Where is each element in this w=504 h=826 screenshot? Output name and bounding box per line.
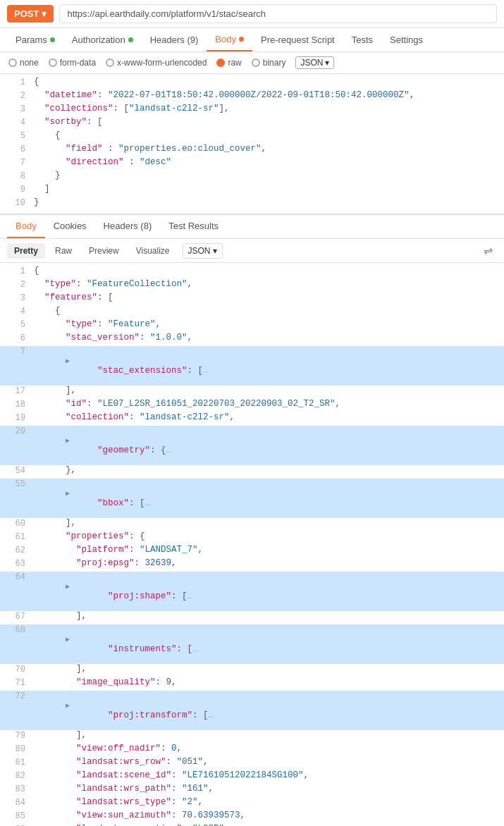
- resp-line-62: 62 "platform": "LANDSAT_7",: [0, 545, 504, 558]
- resp-linenum-54: 54: [6, 465, 25, 476]
- response-code-area: 1 { 2 "type": "FeatureCollection", 3 "fe…: [0, 263, 504, 826]
- json-format-select[interactable]: JSON ▾: [295, 56, 334, 69]
- req-line-2: 2 "datetime": "2022-07-01T18:50:42.00000…: [0, 90, 504, 104]
- resp-line-68: 68 ▶ "instruments": […: [0, 624, 504, 664]
- resp-linenum-20: 20: [6, 426, 25, 436]
- method-select[interactable]: POST ▾: [7, 5, 54, 23]
- resp-line-64: 64 ▶ "proj:shape": […: [0, 572, 504, 611]
- resp-line-85: 85 "view:sun_azimuth": 70.63939573,: [0, 810, 504, 824]
- tab-pre-request[interactable]: Pre-request Script: [252, 28, 343, 51]
- resp-line-83: 83 "landsat:wrs_path": "161",: [0, 784, 504, 797]
- tab-authorization[interactable]: Authorization: [63, 28, 142, 51]
- params-label: Params: [16, 35, 47, 45]
- radio-none[interactable]: none: [8, 58, 39, 68]
- req-code-7: "direction" : "desc": [34, 157, 498, 167]
- url-input[interactable]: [59, 4, 497, 23]
- line-num-6: 6: [6, 144, 25, 154]
- resp-linenum-71: 71: [6, 677, 25, 688]
- resp-line-20: 20 ▶ "geometry": {…: [0, 426, 504, 465]
- pre-request-label: Pre-request Script: [261, 35, 335, 45]
- fmt-preview[interactable]: Preview: [82, 243, 126, 259]
- resp-tab-body[interactable]: Body: [7, 215, 45, 238]
- req-code-4: "sortby": [: [34, 117, 498, 127]
- collapse-proj-shape[interactable]: ▶: [66, 583, 70, 591]
- radio-urlencoded-label: x-www-form-urlencoded: [117, 58, 207, 68]
- line-num-9: 9: [6, 184, 25, 195]
- response-format-bar: Pretty Raw Preview Visualize JSON ▾ ⇌: [0, 239, 504, 263]
- tab-tests[interactable]: Tests: [343, 28, 381, 51]
- collapse-stac-extensions[interactable]: ▶: [66, 357, 70, 365]
- resp-linenum-4: 4: [6, 306, 25, 316]
- resp-test-results-label: Test Results: [168, 221, 219, 231]
- clear-response-button[interactable]: ⇌: [479, 242, 497, 259]
- fmt-pretty[interactable]: Pretty: [7, 243, 45, 259]
- resp-linenum-62: 62: [6, 545, 25, 555]
- radio-none-circle: [8, 58, 17, 67]
- resp-line-79: 79 ],: [0, 730, 504, 744]
- req-code-1: {: [34, 77, 498, 87]
- radio-form-data-circle: [49, 58, 57, 67]
- req-line-5: 5 {: [0, 130, 504, 144]
- fmt-raw[interactable]: Raw: [48, 243, 79, 259]
- resp-tab-cookies[interactable]: Cookies: [45, 215, 95, 238]
- resp-linenum-3: 3: [6, 292, 25, 303]
- req-line-10: 10 }: [0, 197, 504, 211]
- body-label: Body: [215, 34, 236, 44]
- req-code-3: "collections": ["landsat-c2l2-sr"],: [34, 104, 498, 113]
- collapse-instruments[interactable]: ▶: [66, 636, 70, 643]
- tab-body[interactable]: Body: [207, 28, 252, 51]
- resp-line-55: 55 ▶ "bbox": […: [0, 479, 504, 518]
- resp-line-70: 70 ],: [0, 664, 504, 677]
- top-bar: POST ▾: [0, 0, 504, 28]
- line-num-2: 2: [6, 90, 25, 101]
- resp-line-19: 19 "collection": "landsat-c2l2-sr",: [0, 412, 504, 426]
- resp-json-label: JSON: [188, 246, 211, 256]
- req-code-2: "datetime": "2022-07-01T18:50:42.000000Z…: [34, 90, 498, 100]
- resp-linenum-63: 63: [6, 558, 25, 569]
- resp-linenum-83: 83: [6, 784, 25, 794]
- tab-params[interactable]: Params: [7, 28, 63, 51]
- req-line-9: 9 ]: [0, 184, 504, 197]
- resp-linenum-64: 64: [6, 572, 25, 582]
- resp-linenum-55: 55: [6, 479, 25, 489]
- tab-settings[interactable]: Settings: [381, 28, 431, 51]
- radio-binary[interactable]: binary: [252, 58, 286, 68]
- resp-linenum-17: 17: [6, 386, 25, 396]
- resp-line-6: 6 "stac_version": "1.0.0",: [0, 333, 504, 346]
- radio-form-data[interactable]: form-data: [49, 58, 96, 68]
- resp-line-80: 80 "view:off_nadir": 0,: [0, 744, 504, 757]
- req-code-9: ]: [34, 184, 498, 194]
- resp-linenum-80: 80: [6, 744, 25, 754]
- resp-json-select[interactable]: JSON ▾: [183, 243, 223, 259]
- resp-line-18: 18 "id": "LE07_L2SR_161051_20220703_2022…: [0, 399, 504, 412]
- resp-line-81: 81 "landsat:wrs_row": "051",: [0, 757, 504, 770]
- collapse-bbox[interactable]: ▶: [66, 490, 70, 498]
- resp-linenum-67: 67: [6, 611, 25, 622]
- collapse-geometry[interactable]: ▶: [66, 437, 70, 445]
- req-line-1: 1 {: [0, 77, 504, 90]
- resp-line-71: 71 "image_quality": 9,: [0, 677, 504, 691]
- fmt-visualize[interactable]: Visualize: [129, 243, 177, 259]
- radio-urlencoded[interactable]: x-www-form-urlencoded: [106, 58, 207, 68]
- resp-tab-test-results[interactable]: Test Results: [160, 215, 227, 238]
- collapse-proj-transform[interactable]: ▶: [66, 702, 70, 710]
- json-chevron-icon: ▾: [325, 58, 329, 68]
- resp-linenum-2: 2: [6, 279, 25, 290]
- resp-line-84: 84 "landsat:wrs_type": "2",: [0, 797, 504, 810]
- req-code-8: }: [34, 171, 498, 180]
- radio-binary-label: binary: [263, 58, 286, 68]
- req-line-3: 3 "collections": ["landsat-c2l2-sr"],: [0, 104, 504, 117]
- radio-form-data-label: form-data: [60, 58, 96, 68]
- line-num-8: 8: [6, 171, 25, 181]
- req-line-4: 4 "sortby": [: [0, 117, 504, 130]
- tab-headers[interactable]: Headers (9): [142, 28, 207, 51]
- resp-line-82: 82 "landsat:scene_id": "LE71610512022184…: [0, 770, 504, 784]
- resp-line-4: 4 {: [0, 306, 504, 319]
- radio-none-label: none: [20, 58, 39, 68]
- resp-line-63: 63 "proj:epsg": 32639,: [0, 558, 504, 572]
- resp-tab-headers[interactable]: Headers (8): [95, 215, 161, 238]
- resp-line-2: 2 "type": "FeatureCollection",: [0, 279, 504, 292]
- resp-line-67: 67 ],: [0, 611, 504, 624]
- resp-linenum-60: 60: [6, 518, 25, 529]
- radio-raw[interactable]: raw: [216, 58, 241, 68]
